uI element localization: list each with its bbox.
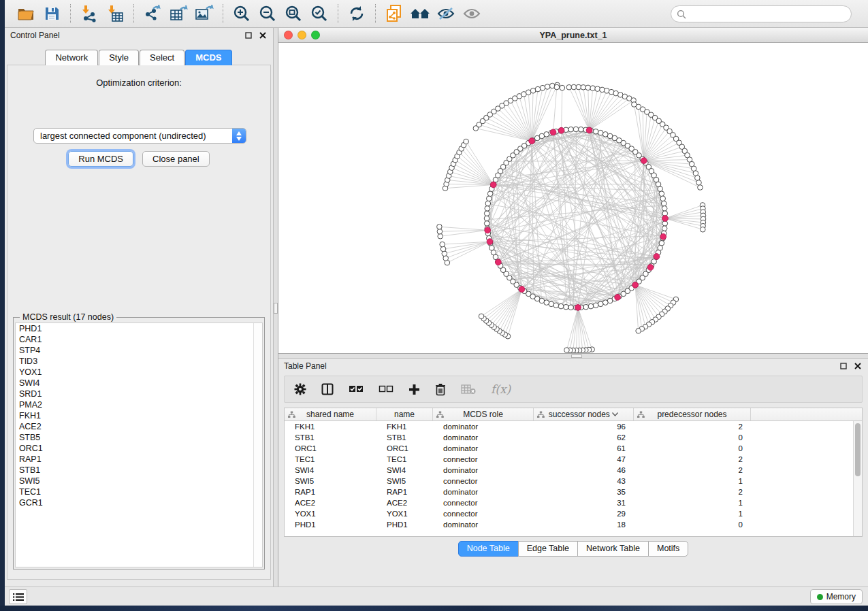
hide-selected-icon[interactable] [434,3,457,24]
cell-successor-nodes[interactable]: 35 [534,488,634,496]
mcds-result-node[interactable]: FKH1 [16,410,262,421]
table-row[interactable]: TEC1TEC1connector472 [285,454,862,465]
cell-name[interactable]: FKH1 [376,423,433,431]
cell-predecessor-nodes[interactable]: 0 [634,521,751,529]
cell-mcds-role[interactable]: connector [433,510,534,518]
delete-row-icon[interactable] [435,381,446,397]
cell-shared-name[interactable]: RAP1 [285,488,376,496]
mcds-result-node[interactable]: ACE2 [16,421,262,432]
cell-successor-nodes[interactable]: 43 [534,477,634,485]
criterion-dropdown[interactable]: largest connected component (undirected) [33,128,246,144]
tab-mcds[interactable]: MCDS [185,50,231,65]
zoom-in-icon[interactable] [230,3,253,24]
table-row[interactable]: YOX1YOX1connector291 [285,508,862,519]
tab-network[interactable]: Network [45,50,98,65]
float-panel-icon[interactable] [839,361,848,371]
cell-predecessor-nodes[interactable]: 1 [634,510,751,518]
export-image-icon[interactable] [193,3,216,24]
cell-shared-name[interactable]: SWI5 [285,477,376,485]
export-table-icon[interactable] [167,3,190,24]
cell-name[interactable]: SWI4 [376,466,433,474]
cell-predecessor-nodes[interactable]: 0 [634,444,751,452]
add-row-icon[interactable] [408,381,420,397]
cell-mcds-role[interactable]: dominator [433,444,534,452]
mcds-result-node[interactable]: CAR1 [16,334,262,345]
cell-mcds-role[interactable]: dominator [433,466,534,474]
cell-shared-name[interactable]: TEC1 [285,455,376,463]
first-neighbors-icon[interactable] [408,3,432,24]
mcds-result-node[interactable]: TID3 [16,356,262,367]
cell-mcds-role[interactable]: connector [433,455,534,463]
settings-gear-icon[interactable] [294,381,306,397]
save-session-icon[interactable] [40,3,63,24]
table-row[interactable]: SWI4SWI4dominator462 [285,465,862,476]
cell-name[interactable]: RAP1 [376,488,433,496]
cell-shared-name[interactable]: YOX1 [285,510,376,518]
tab-node-table[interactable]: Node Table [458,541,519,557]
table-row[interactable]: RAP1RAP1dominator352 [285,486,862,497]
mcds-result-node[interactable]: SWI4 [16,378,262,389]
result-scrollbar[interactable] [253,323,262,567]
cell-predecessor-nodes[interactable]: 1 [634,499,751,507]
refresh-icon[interactable] [345,3,368,24]
network-titlebar[interactable]: YPA_prune.txt_1 [278,28,868,43]
zoom-selected-icon[interactable] [308,3,331,24]
cell-predecessor-nodes[interactable]: 2 [634,466,751,474]
cell-name[interactable]: PHD1 [376,521,433,529]
cell-mcds-role[interactable]: connector [433,499,534,507]
table-row[interactable]: STB1STB1dominator620 [285,432,862,443]
search-input[interactable] [686,10,851,19]
open-file-icon[interactable] [14,3,37,24]
network-search-field[interactable] [671,5,852,22]
column-header-predecessor-nodes[interactable]: predecessor nodes [634,408,751,420]
zoom-fit-icon[interactable] [282,3,305,24]
run-mcds-button[interactable]: Run MCDS [68,151,133,167]
cell-successor-nodes[interactable]: 18 [534,521,634,529]
import-network-icon[interactable] [78,3,101,24]
export-network-icon[interactable] [141,3,164,24]
mcds-result-node[interactable]: STB5 [16,432,262,443]
cell-name[interactable]: SWI5 [376,477,433,485]
mcds-result-node[interactable]: PMA2 [16,399,262,410]
cell-mcds-role[interactable]: dominator [433,433,534,442]
float-panel-icon[interactable] [244,31,253,40]
cell-predecessor-nodes[interactable]: 2 [634,455,751,463]
cell-mcds-role[interactable]: dominator [433,423,534,431]
clone-network-icon[interactable] [383,3,406,24]
column-header-shared-name[interactable]: shared name [285,408,376,420]
mcds-result-list[interactable]: PHD1CAR1STP4TID3YOX1SWI4SRD1PMA2FKH1ACE2… [15,323,263,567]
cell-name[interactable]: ORC1 [376,444,433,452]
mcds-result-node[interactable]: TEC1 [16,486,262,497]
cell-shared-name[interactable]: STB1 [285,433,376,442]
cell-successor-nodes[interactable]: 96 [534,423,634,431]
cell-shared-name[interactable]: PHD1 [285,521,376,529]
cell-mcds-role[interactable]: dominator [433,521,534,529]
cell-name[interactable]: ACE2 [376,499,433,507]
network-graph[interactable] [278,43,868,353]
zoom-out-icon[interactable] [256,3,279,24]
cell-predecessor-nodes[interactable]: 0 [634,433,751,442]
horizontal-splitter[interactable] [278,353,868,359]
mcds-result-node[interactable]: ORC1 [16,443,262,454]
cell-shared-name[interactable]: ORC1 [285,444,376,452]
import-table-icon[interactable] [103,3,127,24]
mcds-result-node[interactable]: STB1 [16,465,262,476]
mcds-result-node[interactable]: GCR1 [16,497,262,508]
mcds-result-node[interactable]: SRD1 [16,389,262,399]
memory-button[interactable]: Memory [810,589,863,604]
cell-predecessor-nodes[interactable]: 1 [634,477,751,485]
close-panel-button[interactable]: Close panel [142,151,210,167]
mcds-result-node[interactable]: PHD1 [16,323,262,334]
column-header-mcds-role[interactable]: MCDS role [433,408,534,420]
deselect-all-icon[interactable] [379,381,393,397]
cell-successor-nodes[interactable]: 62 [534,433,634,442]
mcds-result-node[interactable]: YOX1 [16,367,262,378]
splitter-grip[interactable] [571,354,582,358]
mcds-result-node[interactable]: SWI5 [16,476,262,486]
table-row[interactable]: ORC1ORC1dominator610 [285,443,862,454]
table-scrollbar[interactable] [853,421,862,536]
cell-name[interactable]: TEC1 [376,455,433,463]
cell-predecessor-nodes[interactable]: 2 [634,423,751,431]
cell-name[interactable]: STB1 [376,433,433,442]
tab-network-table[interactable]: Network Table [577,541,649,557]
